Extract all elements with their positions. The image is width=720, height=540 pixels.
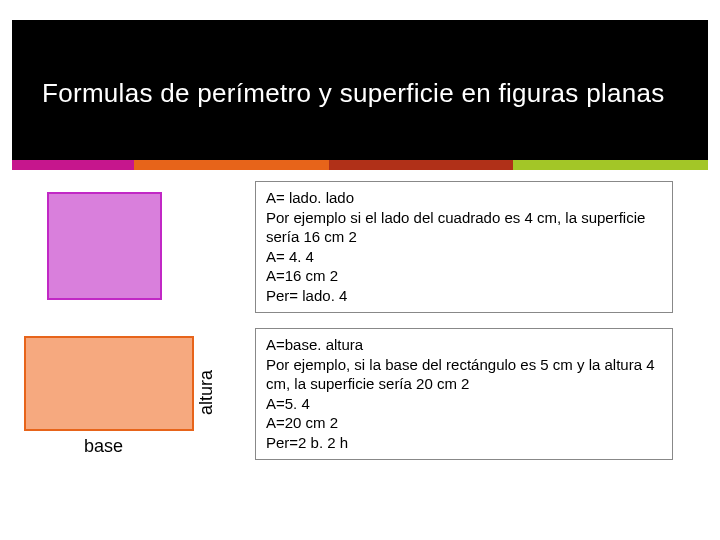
slide-title: Formulas de perímetro y superficie en fi… bbox=[12, 20, 708, 109]
text-line: A=5. 4 bbox=[266, 394, 662, 414]
text-line: Por ejemplo si el lado del cuadrado es 4… bbox=[266, 208, 662, 247]
text-line: A=16 cm 2 bbox=[266, 266, 662, 286]
title-band: Formulas de perímetro y superficie en fi… bbox=[12, 20, 708, 160]
text-line: A= lado. lado bbox=[266, 188, 662, 208]
rectangle-formula-box: A=base. altura Por ejemplo, si la base d… bbox=[255, 328, 673, 460]
text-line: Per=2 b. 2 h bbox=[266, 433, 662, 453]
text-line: A=20 cm 2 bbox=[266, 413, 662, 433]
square-formula-box: A= lado. lado Por ejemplo si el lado del… bbox=[255, 181, 673, 313]
content-area: altura base A= lado. lado Por ejemplo si… bbox=[0, 170, 720, 530]
square-shape bbox=[47, 192, 162, 300]
stripe-lime bbox=[513, 160, 708, 170]
color-stripe bbox=[12, 160, 708, 170]
text-line: A= 4. 4 bbox=[266, 247, 662, 267]
text-line: A=base. altura bbox=[266, 335, 662, 355]
stripe-magenta bbox=[12, 160, 134, 170]
stripe-orange bbox=[134, 160, 329, 170]
stripe-red bbox=[329, 160, 512, 170]
base-label: base bbox=[84, 436, 123, 457]
altura-label: altura bbox=[196, 370, 217, 415]
rectangle-shape bbox=[24, 336, 194, 431]
text-line: Per= lado. 4 bbox=[266, 286, 662, 306]
text-line: Por ejemplo, si la base del rectángulo e… bbox=[266, 355, 662, 394]
